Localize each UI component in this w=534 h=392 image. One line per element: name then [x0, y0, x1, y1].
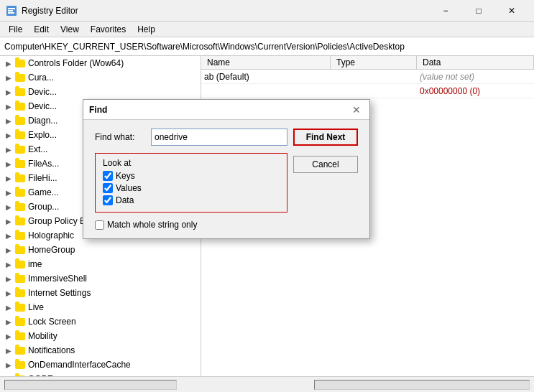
data-label: Data — [116, 195, 134, 205]
status-scroll-left[interactable] — [4, 380, 177, 390]
values-label: Values — [116, 183, 142, 193]
match-whole-label: Match whole string only — [107, 220, 197, 230]
data-check-row: Data — [103, 195, 280, 205]
find-what-input[interactable] — [151, 129, 287, 146]
title-bar-left: Registry Editor — [6, 5, 78, 17]
find-dialog-overlay: Find ✕ Find what: Find Next Look at — [0, 56, 534, 376]
menu-file[interactable]: File — [3, 23, 28, 36]
keys-checkbox[interactable] — [103, 171, 113, 181]
find-dialog-body: Find what: Find Next Look at Keys — [83, 120, 369, 238]
look-at-box: Look at Keys Values Data — [95, 153, 287, 213]
menu-view[interactable]: View — [55, 23, 85, 36]
keys-check-row: Keys — [103, 171, 280, 181]
app-title: Registry Editor — [22, 6, 78, 16]
svg-rect-2 — [8, 10, 13, 11]
window-controls: − □ ✕ — [429, 0, 528, 22]
data-checkbox[interactable] — [103, 195, 113, 205]
status-scroll-right[interactable] — [314, 380, 530, 390]
find-dialog-titlebar: Find ✕ — [83, 100, 369, 120]
address-bar: Computer\HKEY_CURRENT_USER\Software\Micr… — [0, 37, 534, 56]
keys-label: Keys — [116, 171, 135, 181]
find-next-button[interactable]: Find Next — [293, 129, 358, 146]
values-checkbox[interactable] — [103, 183, 113, 193]
values-check-row: Values — [103, 183, 280, 193]
match-whole-row: Match whole string only — [95, 220, 287, 230]
match-whole-checkbox[interactable] — [95, 220, 104, 230]
find-what-label: Find what: — [95, 132, 145, 142]
menu-help[interactable]: Help — [132, 23, 161, 36]
title-bar: Registry Editor − □ ✕ — [0, 0, 534, 22]
find-dialog-close-button[interactable]: ✕ — [349, 103, 364, 117]
close-button[interactable]: ✕ — [495, 0, 528, 22]
look-at-label: Look at — [103, 158, 280, 168]
cancel-button[interactable]: Cancel — [293, 156, 358, 173]
find-dialog: Find ✕ Find what: Find Next Look at — [83, 99, 370, 239]
status-bar — [0, 376, 534, 392]
svg-rect-1 — [8, 8, 15, 9]
minimize-button[interactable]: − — [429, 0, 462, 22]
menu-favorites[interactable]: Favorites — [85, 23, 132, 36]
maximize-button[interactable]: □ — [462, 0, 495, 22]
svg-rect-3 — [8, 12, 14, 14]
main-content: ▶ Controls Folder (Wow64) ▶ Cura... ▶ De… — [0, 56, 534, 376]
address-path: Computer\HKEY_CURRENT_USER\Software\Micr… — [4, 42, 405, 52]
menu-edit[interactable]: Edit — [28, 23, 55, 36]
find-dialog-title: Find — [89, 105, 107, 115]
menu-bar: File Edit View Favorites Help — [0, 22, 534, 37]
registry-icon — [6, 5, 17, 17]
